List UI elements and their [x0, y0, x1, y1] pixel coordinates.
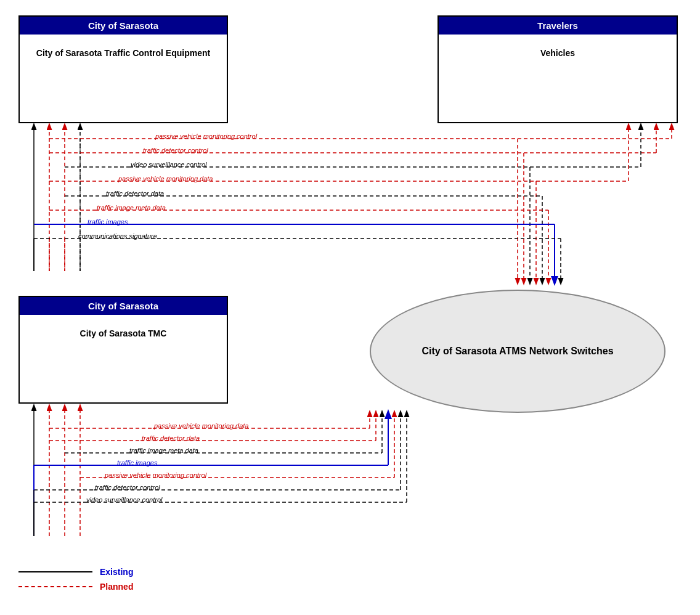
legend-planned: Planned	[18, 582, 133, 592]
label-cs-top: communications signature	[78, 232, 157, 240]
label-timd-bottom: traffic image meta data	[129, 447, 198, 454]
legend-existing-line	[18, 571, 92, 572]
label-pvm-control-bottom: passive vehicle monitoring control	[105, 471, 206, 479]
legend-existing: Existing	[18, 567, 133, 577]
diagram-container: City of Sarasota City of Sarasota Traffi…	[0, 0, 700, 615]
legend-planned-line	[18, 586, 92, 587]
box-atms: City of Sarasota ATMS Network Switches	[370, 290, 665, 413]
label-ti-bottom: traffic images	[117, 459, 157, 466]
box-travelers-body: Vehicles	[439, 35, 677, 71]
label-vsc-top: video surveillance control	[131, 161, 207, 168]
box-tmc-header: City of Sarasota	[20, 297, 227, 315]
box-travelers-header: Travelers	[439, 17, 677, 35]
box-atms-label: City of Sarasota ATMS Network Switches	[421, 346, 613, 357]
label-tdc-bottom: traffic detector control	[95, 484, 160, 491]
label-tdd-top: traffic detector data	[106, 190, 164, 197]
label-tdc-top: traffic detector control	[143, 147, 208, 154]
box-tmc-body: City of Sarasota TMC	[20, 315, 227, 352]
legend: Existing Planned	[18, 567, 133, 597]
box-tce: City of Sarasota City of Sarasota Traffi…	[18, 15, 228, 123]
label-vsc-bottom: video surveillance control	[86, 496, 163, 503]
label-tdd-bottom: traffic detector data	[142, 434, 200, 442]
box-travelers: Travelers Vehicles	[437, 15, 678, 123]
label-timd-top: traffic image meta data	[97, 204, 166, 211]
box-tce-header: City of Sarasota	[20, 17, 227, 35]
legend-planned-label: Planned	[100, 582, 133, 592]
label-ti-top: traffic images	[88, 218, 128, 226]
box-tce-body: City of Sarasota Traffic Control Equipme…	[20, 35, 227, 71]
legend-existing-label: Existing	[100, 567, 133, 577]
label-pvm-control-top: passive vehicle monitoring control	[155, 132, 257, 140]
label-pvmd-bottom: passive vehicle monitoring data	[154, 422, 248, 430]
label-pvmd-top: passive vehicle monitoring data	[118, 175, 213, 182]
box-tmc: City of Sarasota City of Sarasota TMC	[18, 296, 228, 404]
